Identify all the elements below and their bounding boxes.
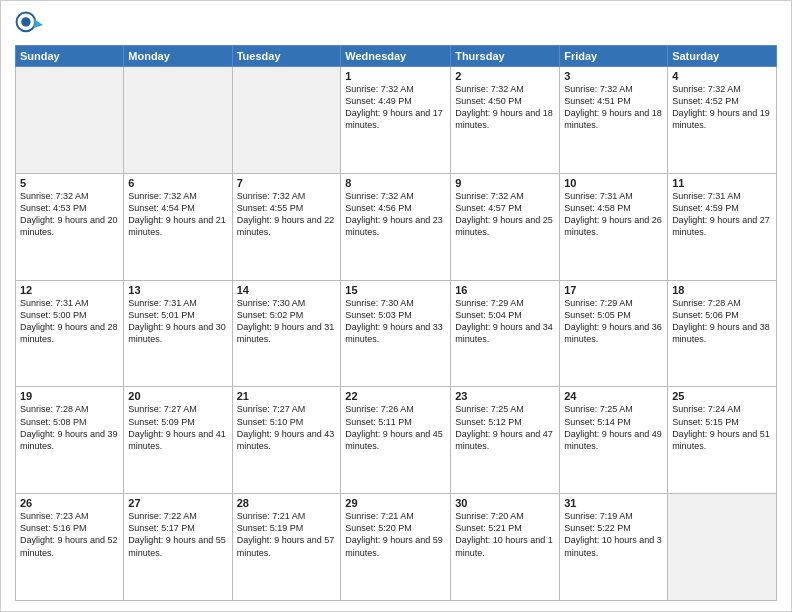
- week-row-5: 26 Sunrise: 7:23 AMSunset: 5:16 PMDaylig…: [16, 494, 777, 601]
- weekday-header-row: SundayMondayTuesdayWednesdayThursdayFrid…: [16, 46, 777, 67]
- day-number: 1: [345, 70, 446, 82]
- calendar-cell: 21 Sunrise: 7:27 AMSunset: 5:10 PMDaylig…: [232, 387, 341, 494]
- day-info: Sunrise: 7:31 AMSunset: 4:58 PMDaylight:…: [564, 191, 662, 237]
- calendar-cell: 14 Sunrise: 7:30 AMSunset: 5:02 PMDaylig…: [232, 280, 341, 387]
- calendar-table: SundayMondayTuesdayWednesdayThursdayFrid…: [15, 45, 777, 601]
- logo: [15, 11, 47, 39]
- day-number: 22: [345, 390, 446, 402]
- day-number: 7: [237, 177, 337, 189]
- day-number: 16: [455, 284, 555, 296]
- day-info: Sunrise: 7:31 AMSunset: 4:59 PMDaylight:…: [672, 191, 770, 237]
- weekday-header-monday: Monday: [124, 46, 232, 67]
- day-number: 3: [564, 70, 663, 82]
- day-info: Sunrise: 7:31 AMSunset: 5:00 PMDaylight:…: [20, 298, 118, 344]
- week-row-3: 12 Sunrise: 7:31 AMSunset: 5:00 PMDaylig…: [16, 280, 777, 387]
- calendar-cell: 23 Sunrise: 7:25 AMSunset: 5:12 PMDaylig…: [451, 387, 560, 494]
- calendar-cell: 30 Sunrise: 7:20 AMSunset: 5:21 PMDaylig…: [451, 494, 560, 601]
- week-row-4: 19 Sunrise: 7:28 AMSunset: 5:08 PMDaylig…: [16, 387, 777, 494]
- day-number: 23: [455, 390, 555, 402]
- day-info: Sunrise: 7:21 AMSunset: 5:20 PMDaylight:…: [345, 511, 443, 557]
- day-info: Sunrise: 7:24 AMSunset: 5:15 PMDaylight:…: [672, 404, 770, 450]
- svg-marker-2: [34, 19, 43, 28]
- day-info: Sunrise: 7:32 AMSunset: 4:57 PMDaylight:…: [455, 191, 553, 237]
- day-number: 14: [237, 284, 337, 296]
- day-info: Sunrise: 7:30 AMSunset: 5:03 PMDaylight:…: [345, 298, 443, 344]
- day-info: Sunrise: 7:31 AMSunset: 5:01 PMDaylight:…: [128, 298, 226, 344]
- day-info: Sunrise: 7:20 AMSunset: 5:21 PMDaylight:…: [455, 511, 553, 557]
- day-number: 24: [564, 390, 663, 402]
- week-row-2: 5 Sunrise: 7:32 AMSunset: 4:53 PMDayligh…: [16, 173, 777, 280]
- svg-point-1: [21, 17, 30, 26]
- calendar-cell: 5 Sunrise: 7:32 AMSunset: 4:53 PMDayligh…: [16, 173, 124, 280]
- weekday-header-thursday: Thursday: [451, 46, 560, 67]
- day-info: Sunrise: 7:32 AMSunset: 4:54 PMDaylight:…: [128, 191, 226, 237]
- calendar-cell: 7 Sunrise: 7:32 AMSunset: 4:55 PMDayligh…: [232, 173, 341, 280]
- calendar-cell: 10 Sunrise: 7:31 AMSunset: 4:58 PMDaylig…: [560, 173, 668, 280]
- calendar-cell: 17 Sunrise: 7:29 AMSunset: 5:05 PMDaylig…: [560, 280, 668, 387]
- calendar-cell: 11 Sunrise: 7:31 AMSunset: 4:59 PMDaylig…: [668, 173, 777, 280]
- day-info: Sunrise: 7:28 AMSunset: 5:06 PMDaylight:…: [672, 298, 770, 344]
- day-number: 5: [20, 177, 119, 189]
- day-number: 10: [564, 177, 663, 189]
- calendar-cell: 12 Sunrise: 7:31 AMSunset: 5:00 PMDaylig…: [16, 280, 124, 387]
- weekday-header-friday: Friday: [560, 46, 668, 67]
- day-info: Sunrise: 7:19 AMSunset: 5:22 PMDaylight:…: [564, 511, 662, 557]
- weekday-header-wednesday: Wednesday: [341, 46, 451, 67]
- day-number: 12: [20, 284, 119, 296]
- calendar-cell: 9 Sunrise: 7:32 AMSunset: 4:57 PMDayligh…: [451, 173, 560, 280]
- calendar-cell: 6 Sunrise: 7:32 AMSunset: 4:54 PMDayligh…: [124, 173, 232, 280]
- day-number: 29: [345, 497, 446, 509]
- weekday-header-tuesday: Tuesday: [232, 46, 341, 67]
- day-number: 30: [455, 497, 555, 509]
- day-info: Sunrise: 7:23 AMSunset: 5:16 PMDaylight:…: [20, 511, 118, 557]
- calendar-cell: 16 Sunrise: 7:29 AMSunset: 5:04 PMDaylig…: [451, 280, 560, 387]
- calendar-cell: [232, 67, 341, 174]
- day-info: Sunrise: 7:29 AMSunset: 5:04 PMDaylight:…: [455, 298, 553, 344]
- calendar-cell: 2 Sunrise: 7:32 AMSunset: 4:50 PMDayligh…: [451, 67, 560, 174]
- day-number: 20: [128, 390, 227, 402]
- day-number: 15: [345, 284, 446, 296]
- day-number: 27: [128, 497, 227, 509]
- day-number: 19: [20, 390, 119, 402]
- day-number: 28: [237, 497, 337, 509]
- weekday-header-saturday: Saturday: [668, 46, 777, 67]
- calendar-cell: 3 Sunrise: 7:32 AMSunset: 4:51 PMDayligh…: [560, 67, 668, 174]
- day-info: Sunrise: 7:32 AMSunset: 4:55 PMDaylight:…: [237, 191, 335, 237]
- day-info: Sunrise: 7:32 AMSunset: 4:50 PMDaylight:…: [455, 84, 553, 130]
- calendar-cell: 22 Sunrise: 7:26 AMSunset: 5:11 PMDaylig…: [341, 387, 451, 494]
- day-info: Sunrise: 7:29 AMSunset: 5:05 PMDaylight:…: [564, 298, 662, 344]
- day-number: 31: [564, 497, 663, 509]
- calendar-cell: [16, 67, 124, 174]
- day-info: Sunrise: 7:32 AMSunset: 4:52 PMDaylight:…: [672, 84, 770, 130]
- day-number: 18: [672, 284, 772, 296]
- day-info: Sunrise: 7:30 AMSunset: 5:02 PMDaylight:…: [237, 298, 335, 344]
- calendar-cell: 19 Sunrise: 7:28 AMSunset: 5:08 PMDaylig…: [16, 387, 124, 494]
- day-number: 26: [20, 497, 119, 509]
- day-number: 9: [455, 177, 555, 189]
- day-number: 25: [672, 390, 772, 402]
- calendar-cell: 13 Sunrise: 7:31 AMSunset: 5:01 PMDaylig…: [124, 280, 232, 387]
- calendar-cell: 29 Sunrise: 7:21 AMSunset: 5:20 PMDaylig…: [341, 494, 451, 601]
- day-info: Sunrise: 7:25 AMSunset: 5:12 PMDaylight:…: [455, 404, 553, 450]
- calendar-cell: 8 Sunrise: 7:32 AMSunset: 4:56 PMDayligh…: [341, 173, 451, 280]
- calendar-cell: 31 Sunrise: 7:19 AMSunset: 5:22 PMDaylig…: [560, 494, 668, 601]
- header: [15, 11, 777, 39]
- day-info: Sunrise: 7:32 AMSunset: 4:49 PMDaylight:…: [345, 84, 443, 130]
- calendar-cell: 26 Sunrise: 7:23 AMSunset: 5:16 PMDaylig…: [16, 494, 124, 601]
- calendar-cell: 20 Sunrise: 7:27 AMSunset: 5:09 PMDaylig…: [124, 387, 232, 494]
- day-info: Sunrise: 7:32 AMSunset: 4:51 PMDaylight:…: [564, 84, 662, 130]
- day-number: 17: [564, 284, 663, 296]
- day-number: 11: [672, 177, 772, 189]
- calendar-cell: 18 Sunrise: 7:28 AMSunset: 5:06 PMDaylig…: [668, 280, 777, 387]
- calendar-cell: 25 Sunrise: 7:24 AMSunset: 5:15 PMDaylig…: [668, 387, 777, 494]
- calendar-cell: [668, 494, 777, 601]
- day-number: 4: [672, 70, 772, 82]
- calendar-cell: 24 Sunrise: 7:25 AMSunset: 5:14 PMDaylig…: [560, 387, 668, 494]
- day-info: Sunrise: 7:28 AMSunset: 5:08 PMDaylight:…: [20, 404, 118, 450]
- day-info: Sunrise: 7:27 AMSunset: 5:09 PMDaylight:…: [128, 404, 226, 450]
- day-number: 6: [128, 177, 227, 189]
- calendar-cell: 28 Sunrise: 7:21 AMSunset: 5:19 PMDaylig…: [232, 494, 341, 601]
- logo-icon: [15, 11, 43, 39]
- calendar-cell: 1 Sunrise: 7:32 AMSunset: 4:49 PMDayligh…: [341, 67, 451, 174]
- day-info: Sunrise: 7:32 AMSunset: 4:56 PMDaylight:…: [345, 191, 443, 237]
